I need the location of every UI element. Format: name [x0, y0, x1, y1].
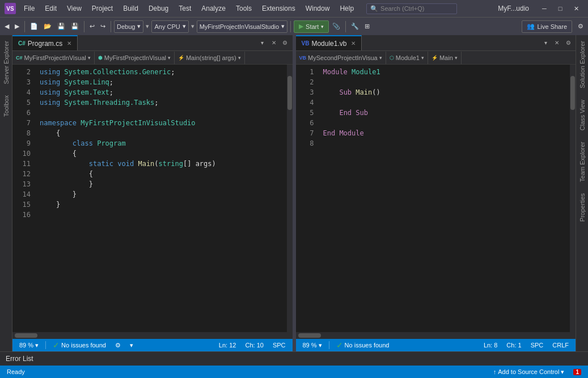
- button2[interactable]: ⊞: [362, 20, 372, 33]
- menu-project[interactable]: Project: [87, 3, 117, 14]
- right-tab-close-button[interactable]: ✕: [552, 38, 562, 48]
- right-enc[interactable]: SPC: [528, 342, 546, 349]
- close-button[interactable]: ✕: [569, 3, 583, 14]
- debug-config-dropdown[interactable]: Debug ▾: [114, 20, 143, 33]
- platform-dropdown[interactable]: Any CPU ▾: [151, 20, 188, 33]
- left-sidebar: Server Explorer Toolbox: [0, 35, 12, 351]
- new-file-button[interactable]: 📄: [28, 20, 40, 33]
- right-code-toolbar: VB MySecondProjectInVisua ▾ ⬡ Module1 ▾ …: [296, 51, 576, 65]
- project-dropdown[interactable]: MyFirstProjectInVisualStudio ▾: [197, 20, 287, 33]
- editor-split: C# Program.cs ✕ ▾ ✕ ⚙ C# MyFirstPr: [12, 35, 576, 351]
- sidebar-item-solution-explorer[interactable]: Solution Explorer: [577, 35, 588, 94]
- tab-settings-button[interactable]: ⚙: [280, 38, 290, 48]
- menu-file[interactable]: File: [19, 3, 39, 14]
- sidebar-item-team-explorer[interactable]: Team Explorer: [577, 136, 588, 188]
- menu-extensions[interactable]: Extensions: [257, 3, 300, 14]
- module-icon: ⬡: [390, 55, 394, 61]
- right-ok-icon: ✓: [336, 341, 343, 350]
- right-arrow-2: ▾: [421, 55, 424, 61]
- undo-button[interactable]: ↩: [87, 20, 97, 33]
- breadcrumb-arrow-2: ▾: [168, 55, 171, 61]
- start-icon: ▶: [299, 23, 303, 30]
- left-bottom-scroll: [12, 332, 293, 339]
- menu-build[interactable]: Build: [119, 3, 143, 14]
- save-all-button[interactable]: 💾: [69, 20, 81, 33]
- menu-help[interactable]: Help: [335, 3, 358, 14]
- left-scrollbar-v[interactable]: [287, 65, 293, 332]
- search-icon: 🔍: [370, 5, 378, 12]
- left-issues[interactable]: ✓ No issues found: [50, 341, 108, 350]
- start-button[interactable]: ▶ Start ▾: [294, 20, 329, 33]
- vs-logo: VS: [5, 3, 16, 14]
- right-breadcrumb-2[interactable]: ⬡ Module1 ▾: [386, 52, 428, 64]
- left-tab-bar: C# Program.cs ✕ ▾ ✕ ⚙: [12, 35, 293, 51]
- left-code-area[interactable]: using System.Collections.Generic; using …: [35, 65, 287, 332]
- sidebar-item-server-explorer[interactable]: Server Explorer: [1, 35, 12, 90]
- extensions-button[interactable]: ⚙: [576, 20, 586, 33]
- menu-test[interactable]: Test: [174, 3, 196, 14]
- platform-sep: ▾: [190, 23, 196, 30]
- right-tab-actions: ▾ ✕ ⚙: [538, 38, 576, 48]
- left-ln: Ln: 12: [217, 342, 239, 349]
- left-h-scroll[interactable]: [15, 333, 37, 338]
- breadcrumb-arrow-3: ▾: [238, 55, 241, 61]
- forward-button[interactable]: ▶: [12, 20, 22, 33]
- menu-edit[interactable]: Edit: [40, 3, 61, 14]
- left-zoom[interactable]: 89 % ▾: [17, 342, 41, 349]
- right-scrollbar-thumb[interactable]: [570, 76, 575, 110]
- maximize-button[interactable]: □: [553, 3, 568, 14]
- right-scrollbar-v[interactable]: [570, 65, 576, 332]
- left-breadcrumb-2[interactable]: ⬢ MyFirstProjectInVisual ▾: [95, 52, 175, 64]
- menu-view[interactable]: View: [62, 3, 86, 14]
- error-count-badge[interactable]: 1: [571, 369, 583, 375]
- left-editor-content[interactable]: 23456 7891011 1213141516 using System.Co…: [12, 65, 293, 332]
- right-issues[interactable]: ✓ No issues found: [334, 341, 392, 350]
- back-button[interactable]: ◀: [2, 20, 11, 33]
- tab-close-button[interactable]: ✕: [269, 38, 279, 48]
- sidebar-item-toolbox[interactable]: Toolbox: [1, 90, 12, 122]
- left-scrollbar-thumb[interactable]: [287, 76, 292, 110]
- right-h-scroll[interactable]: [298, 333, 321, 338]
- right-tab-close[interactable]: ✕: [351, 40, 356, 46]
- toolbox-button[interactable]: 🔧: [349, 20, 361, 33]
- minimize-button[interactable]: ─: [537, 3, 552, 14]
- right-ch: Ch: 1: [504, 342, 523, 349]
- right-code-area[interactable]: Module Module1 Sub Main() End Sub End Mo…: [319, 65, 570, 332]
- account-label[interactable]: MyF...udio: [498, 5, 529, 12]
- menu-analyze[interactable]: Analyze: [197, 3, 230, 14]
- live-share-button[interactable]: 👥 Live Share: [522, 20, 572, 33]
- menu-window[interactable]: Window: [301, 3, 335, 14]
- source-control-arrow: ▾: [561, 368, 564, 376]
- add-source-control[interactable]: ↑ Add to Source Control ▾: [491, 368, 567, 376]
- sidebar-item-class-view[interactable]: Class View: [577, 94, 588, 136]
- cs-icon: C#: [18, 40, 26, 46]
- search-box[interactable]: 🔍 Search (Ctrl+Q): [366, 3, 457, 14]
- vb-small-icon: VB: [299, 55, 307, 61]
- left-breadcrumb-3[interactable]: ⚡ Main(string[] args) ▾: [175, 52, 245, 64]
- left-tab-close[interactable]: ✕: [67, 40, 71, 46]
- attach-button[interactable]: 📎: [330, 20, 342, 33]
- sidebar-item-properties[interactable]: Properties: [577, 188, 588, 227]
- right-arrow-1: ▾: [379, 55, 382, 61]
- error-list-bar[interactable]: Error List: [0, 351, 588, 366]
- right-breadcrumb-3[interactable]: ⚡ Main ▾: [428, 52, 462, 64]
- right-editor-content[interactable]: 12345 678 Module Module1 Sub Main() End …: [296, 65, 576, 332]
- left-breadcrumb-1[interactable]: C# MyFirstProjectInVisual ▾: [12, 52, 95, 64]
- right-breadcrumb-1[interactable]: VB MySecondProjectInVisua ▾: [296, 52, 386, 64]
- right-tab-list-button[interactable]: ▾: [540, 38, 551, 48]
- right-eol[interactable]: CRLF: [550, 342, 571, 349]
- right-settings-button[interactable]: ⚙: [563, 38, 573, 48]
- left-enc[interactable]: SPC: [270, 342, 288, 349]
- left-tab-programcs[interactable]: C# Program.cs ✕: [12, 35, 78, 51]
- left-git-btn[interactable]: ⚙: [113, 342, 123, 349]
- redo-button[interactable]: ↪: [98, 20, 108, 33]
- tab-list-button[interactable]: ▾: [257, 38, 268, 48]
- open-button[interactable]: 📂: [41, 20, 54, 33]
- menu-tools[interactable]: Tools: [231, 3, 256, 14]
- menu-bar: File Edit View Project Build Debug Test …: [19, 3, 358, 14]
- save-button[interactable]: 💾: [55, 20, 67, 33]
- menu-debug[interactable]: Debug: [144, 3, 173, 14]
- right-zoom[interactable]: 89 % ▾: [301, 342, 324, 349]
- left-git-btn2[interactable]: ▾: [128, 342, 136, 349]
- right-tab-module1vb[interactable]: VB Module1.vb ✕: [296, 35, 362, 51]
